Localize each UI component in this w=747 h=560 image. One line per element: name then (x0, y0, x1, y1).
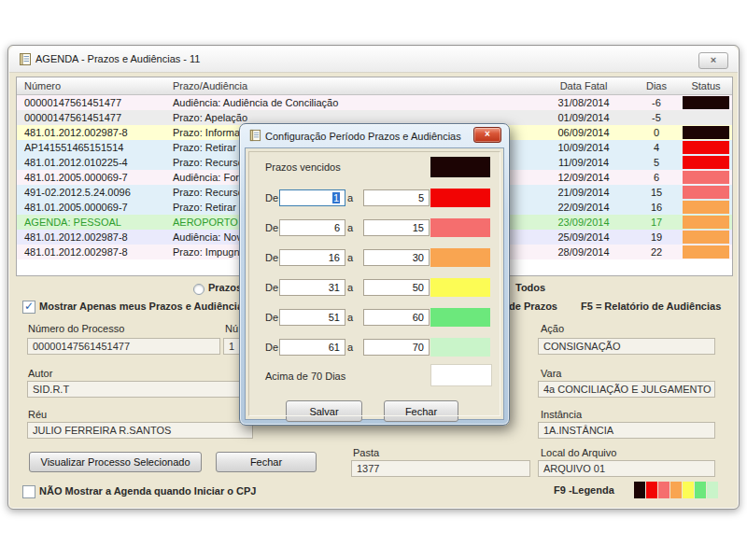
range-color-swatch (430, 308, 490, 327)
instancia-label: Instância (541, 409, 582, 420)
range-from-input[interactable]: 51 (279, 309, 345, 326)
a-label: a (347, 312, 353, 323)
vara-label: Vara (541, 368, 561, 379)
col-header-numero: Número (17, 77, 170, 94)
status-swatch (683, 245, 729, 259)
legend-swatch (683, 482, 694, 498)
agenda-icon (18, 52, 32, 66)
range-row: De51a60 (246, 309, 503, 328)
range-row: De16a30 (246, 249, 503, 268)
local-arquivo-field[interactable]: ARQUIVO 01 (538, 460, 715, 477)
a-label: a (347, 192, 353, 203)
range-row: De6a15 (246, 219, 503, 238)
nao-mostrar-checkbox[interactable] (22, 485, 35, 498)
dialog-body: Prazos vencidos De1a5De6a15De16a30De31a5… (245, 147, 504, 420)
range-row: De1a5 (246, 189, 503, 208)
range-color-swatch (430, 248, 490, 267)
autor-label: Autor (28, 368, 52, 379)
window-title: AGENDA - Prazos e Audiências - 11 (35, 53, 201, 64)
range-to-input[interactable]: 60 (363, 309, 430, 326)
nao-mostrar-label: NÃO Mostrar a Agenda quando Iniciar o CP… (39, 485, 256, 497)
pasta-field[interactable]: 1377 (351, 460, 530, 477)
config-period-dialog: Configuração Período Prazos e Audiências… (239, 123, 510, 426)
range-to-input[interactable]: 50 (363, 279, 430, 296)
status-swatch (683, 186, 729, 199)
legend-label: F9 -Legenda (554, 484, 614, 496)
range-from-input[interactable]: 6 (279, 219, 345, 236)
status-swatch (683, 141, 729, 154)
dialog-icon (248, 129, 261, 142)
legend-strip (634, 482, 718, 498)
dialog-close-button[interactable]: × (473, 127, 501, 143)
de-label: De (265, 342, 278, 353)
a-label: a (347, 282, 353, 293)
de-label: De (265, 312, 278, 323)
range-to-input[interactable]: 30 (363, 249, 430, 266)
legend-swatch (670, 482, 682, 498)
show-mine-label: Mostrar Apenas meus Prazos e Audiência (39, 301, 243, 312)
legend-swatch (695, 482, 706, 498)
range-to-input[interactable]: 5 (363, 189, 430, 206)
range-row: De31a50 (246, 279, 503, 298)
show-mine-checkbox[interactable] (22, 301, 35, 314)
numero-processo-label: Número do Processo (28, 323, 124, 334)
status-swatch (683, 156, 729, 169)
numero-pasta-label-partial: Nú (225, 323, 238, 334)
vencidos-color-swatch (430, 157, 490, 177)
salvar-button[interactable]: Salvar (286, 400, 362, 422)
legend-swatch (634, 482, 645, 498)
acima-70-color-swatch (430, 364, 492, 386)
f4-report-label-fragment: de Prazos (509, 301, 557, 312)
dialog-title: Configuração Período Prazos e Audiências (265, 131, 461, 142)
legend-swatch (658, 482, 669, 498)
radio-prazos-label: Prazos (208, 282, 242, 293)
range-to-input[interactable]: 70 (363, 339, 430, 356)
status-swatch (683, 171, 729, 184)
range-from-input[interactable]: 16 (279, 249, 345, 266)
numero-processo-field[interactable]: 00000147561451477 (27, 338, 220, 355)
range-color-swatch (430, 218, 490, 237)
range-color-swatch (430, 278, 490, 297)
table-header: Número Prazo/Audiência Data Fatal Dias S… (17, 77, 732, 95)
vara-field[interactable]: 4a CONCILIAÇÃO E JULGAMENTO (538, 381, 715, 398)
a-label: a (347, 252, 353, 263)
visualizar-processo-button[interactable]: Visualizar Processo Selecionado (29, 452, 202, 472)
status-swatch (683, 126, 729, 139)
f5-report-label: F5 = Relatório de Audiências (581, 301, 721, 312)
local-arquivo-label: Local do Arquivo (541, 447, 616, 458)
legend-swatch (707, 482, 718, 498)
radio-prazos[interactable] (193, 284, 204, 295)
range-from-input[interactable]: 1 (279, 189, 345, 206)
col-header-prazo: Prazo/Audiência (170, 77, 534, 94)
status-swatch (683, 201, 729, 214)
range-color-swatch (430, 189, 490, 207)
range-from-input[interactable]: 61 (279, 339, 345, 356)
range-to-input[interactable]: 15 (363, 219, 430, 236)
fechar-agenda-button[interactable]: Fechar (216, 452, 317, 472)
legend-swatch (646, 482, 657, 498)
col-header-dias: Dias (633, 77, 680, 94)
table-row[interactable]: 00000147561451477Audiência: Audiência de… (17, 95, 732, 110)
col-header-status: Status (680, 77, 732, 94)
de-label: De (265, 252, 278, 263)
dialog-fechar-button[interactable]: Fechar (384, 400, 458, 422)
col-header-data: Data Fatal (534, 77, 633, 94)
status-swatch (683, 231, 729, 244)
reu-field[interactable]: JULIO FERREIRA R.SANTOS (27, 422, 253, 439)
status-swatch (683, 96, 729, 109)
instancia-field[interactable]: 1A.INSTÂNCIA (538, 422, 715, 439)
de-label: De (265, 192, 278, 203)
range-from-input[interactable]: 31 (279, 279, 345, 296)
window-close-button[interactable]: × (698, 52, 728, 69)
range-row: De61a70 (246, 339, 503, 357)
acima-70-label: Acima de 70 Dias (265, 371, 345, 382)
reu-label: Réu (28, 409, 47, 420)
status-swatch (683, 216, 729, 229)
a-label: a (347, 222, 353, 233)
de-label: De (265, 282, 278, 293)
radio-todos-label: Todos (515, 282, 545, 293)
window-titlebar: AGENDA - Prazos e Audiências - 11 × (9, 47, 738, 73)
acao-field[interactable]: CONSIGNAÇÃO (538, 338, 715, 355)
autor-field[interactable]: SID.R.T (27, 381, 253, 398)
range-color-swatch (430, 338, 490, 357)
